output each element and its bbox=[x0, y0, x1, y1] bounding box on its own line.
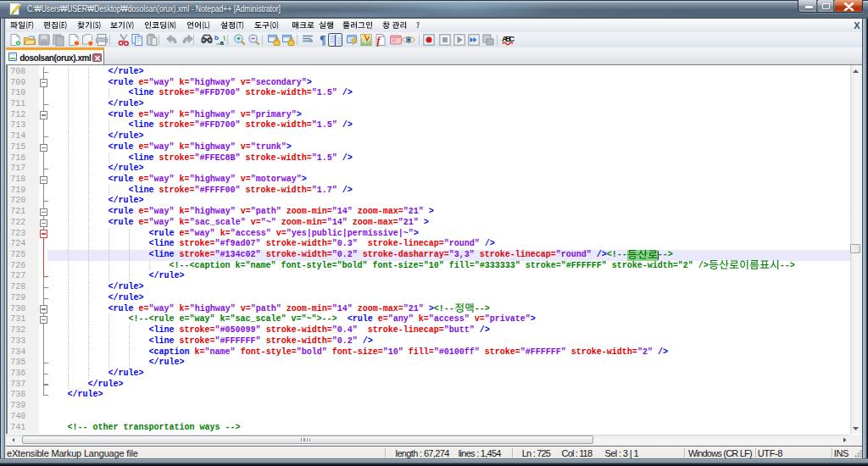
svg-text:¶: ¶ bbox=[320, 34, 326, 47]
svg-text:b: b bbox=[214, 34, 219, 42]
svg-text:a: a bbox=[220, 39, 225, 47]
svg-text:ABC: ABC bbox=[502, 34, 515, 43]
